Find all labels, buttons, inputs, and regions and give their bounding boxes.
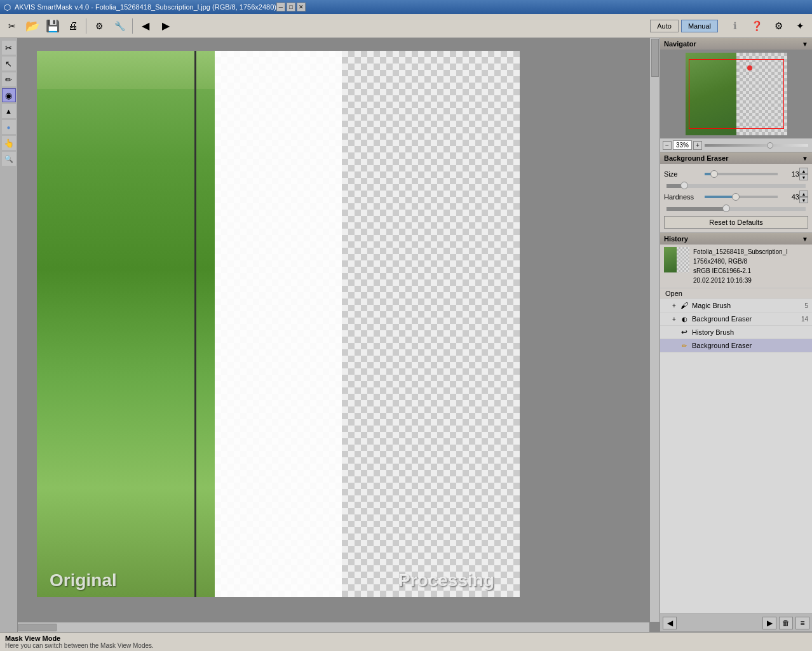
navigator-section: Navigator ▼ − 33% + <box>660 38 812 152</box>
zoom-slider-thumb[interactable] <box>767 142 773 149</box>
reset-defaults-button[interactable]: Reset to Defaults <box>664 216 808 229</box>
size-fine-thumb[interactable] <box>680 182 688 189</box>
history-footer: ◀ ▶ 🗑 ≡ <box>660 614 812 631</box>
zoom-in-button[interactable]: + <box>693 141 702 150</box>
redo-button[interactable]: ▶ <box>156 17 175 36</box>
move-tool[interactable]: ✂ <box>2 41 16 55</box>
hardness-fill <box>705 196 736 198</box>
bg-eraser-arrow: ▼ <box>802 155 808 162</box>
print-button[interactable]: 🖨 <box>64 17 83 36</box>
zoom-display: 33% <box>673 140 692 150</box>
maximize-button[interactable]: □ <box>287 3 295 11</box>
manual-mode-button[interactable]: Manual <box>681 20 718 32</box>
smudge-tool[interactable]: 👆 <box>2 136 16 150</box>
size-slider-row: Size 13 ▲ ▼ <box>664 168 808 180</box>
split-divider[interactable] <box>194 51 196 597</box>
history-item-history-brush[interactable]: ↩ History Brush <box>660 326 812 339</box>
zoom-tool[interactable]: 🔍 <box>2 152 16 166</box>
selection-tool[interactable]: ↖ <box>2 57 16 70</box>
size-label: Size <box>664 170 702 178</box>
history-brush-icon: ↩ <box>679 327 689 337</box>
eraser-tool[interactable]: ◉ <box>2 88 16 102</box>
magic-brush-label: Magic Brush <box>692 302 802 309</box>
zoom-out-button[interactable]: − <box>663 141 672 150</box>
processing-panel: Processing <box>215 51 520 597</box>
size-fine-track-container <box>664 184 808 188</box>
history-play-button[interactable]: ▶ <box>762 617 776 629</box>
hardness-fine-track-container <box>664 207 808 211</box>
preferences-button[interactable]: ⚙ <box>769 17 788 36</box>
size-thumb[interactable] <box>710 170 718 178</box>
hardness-fine-thumb[interactable] <box>722 205 730 212</box>
hardness-inc-dec: ▲ ▼ <box>799 191 808 203</box>
fill-tool[interactable]: ▲ <box>2 104 16 118</box>
vscroll-thumb[interactable] <box>651 39 659 77</box>
open-button[interactable]: 📂 <box>23 17 42 36</box>
minimize-button[interactable]: ─ <box>276 3 285 11</box>
expand-history-brush[interactable] <box>670 328 678 336</box>
save-button[interactable]: 💾 <box>43 17 62 36</box>
size-fine-track[interactable] <box>667 184 806 188</box>
close-button[interactable]: ✕ <box>297 3 306 11</box>
expand-bg-eraser-2[interactable] <box>670 342 678 349</box>
paint-tool[interactable]: ● <box>2 120 16 134</box>
zoom-slider[interactable] <box>705 144 808 147</box>
right-panel: Navigator ▼ − 33% + <box>660 38 812 632</box>
hardness-dec-button[interactable]: ▼ <box>799 197 808 203</box>
history-list-button[interactable]: ≡ <box>795 617 809 629</box>
options-button[interactable]: 🔧 <box>110 17 129 36</box>
canvas-hscroll[interactable] <box>18 622 649 632</box>
expand-magic-brush[interactable]: + <box>670 302 678 309</box>
hardness-label: Hardness <box>664 193 702 201</box>
brush-tool[interactable]: ✏ <box>2 72 16 86</box>
hardness-track[interactable] <box>705 196 778 198</box>
size-inc-button[interactable]: ▲ <box>799 168 808 174</box>
expand-bg-eraser-1[interactable]: + <box>670 315 678 323</box>
history-header[interactable]: History ▼ <box>660 233 812 245</box>
history-file-line3: 20.02.2012 10:16:39 <box>693 276 787 285</box>
hscroll-thumb[interactable] <box>18 624 57 631</box>
size-dec-button[interactable]: ▼ <box>799 174 808 180</box>
history-brush-label: History Brush <box>692 328 806 336</box>
settings-button[interactable]: ⚙ <box>90 17 109 36</box>
canvas-vscroll[interactable] <box>649 38 660 622</box>
navigator-arrow: ▼ <box>802 41 808 48</box>
original-panel: Original <box>37 51 215 597</box>
hardness-fine-track[interactable] <box>667 207 806 211</box>
original-image <box>37 51 215 597</box>
size-inc-dec: ▲ ▼ <box>799 168 808 180</box>
hardness-thumb[interactable] <box>732 193 740 201</box>
titlebar: ⬡ AKVIS SmartMask v.4.0 - Fotolia_152684… <box>0 0 812 14</box>
main-layout: ✂ ↖ ✏ ◉ ▲ ● 👆 🔍 Original <box>0 38 812 632</box>
help-button[interactable]: ❓ <box>747 17 766 36</box>
history-item-magic-brush[interactable]: + 🖌 Magic Brush 5 <box>660 299 812 312</box>
navigator-controls: − 33% + <box>660 138 812 152</box>
history-delete-button[interactable]: 🗑 <box>779 617 793 629</box>
bg-eraser-section: Background Eraser ▼ Size 13 ▲ ▼ <box>660 152 812 233</box>
history-item-bg-eraser-1[interactable]: + ◐ Background Eraser 14 <box>660 312 812 326</box>
history-back-button[interactable]: ◀ <box>663 617 677 629</box>
history-arrow: ▼ <box>802 236 808 243</box>
cut-button[interactable]: ✂ <box>3 17 22 36</box>
magic-brush-icon: 🖌 <box>679 300 689 311</box>
titlebar-controls: ─ □ ✕ <box>276 3 306 11</box>
history-title: History <box>664 235 688 243</box>
hardness-inc-button[interactable]: ▲ <box>799 191 808 197</box>
info-button[interactable]: ℹ <box>726 17 745 36</box>
navigator-header[interactable]: Navigator ▼ <box>660 38 812 50</box>
bg-eraser-1-icon: ◐ <box>679 314 689 324</box>
original-label: Original <box>50 570 117 591</box>
statusbar-title: Mask View Mode <box>5 634 807 642</box>
undo-button[interactable]: ◀ <box>136 17 155 36</box>
size-track[interactable] <box>705 173 778 175</box>
bg-eraser-header[interactable]: Background Eraser ▼ <box>660 152 812 164</box>
history-item-bg-eraser-2[interactable]: ✏ Background Eraser <box>660 339 812 352</box>
canvas-area[interactable]: Original Processing <box>18 38 660 632</box>
history-file-thumb <box>664 247 689 272</box>
bg-eraser-1-count: 14 <box>801 316 808 323</box>
akvis-button[interactable]: ✦ <box>790 17 809 36</box>
history-file-line1: 1756x2480, RGB/8 <box>693 257 787 266</box>
navigator-title: Navigator <box>664 40 696 48</box>
history-file-item[interactable]: Fotolia_15268418_Subscription_l 1756x248… <box>660 245 812 288</box>
auto-mode-button[interactable]: Auto <box>650 20 679 32</box>
